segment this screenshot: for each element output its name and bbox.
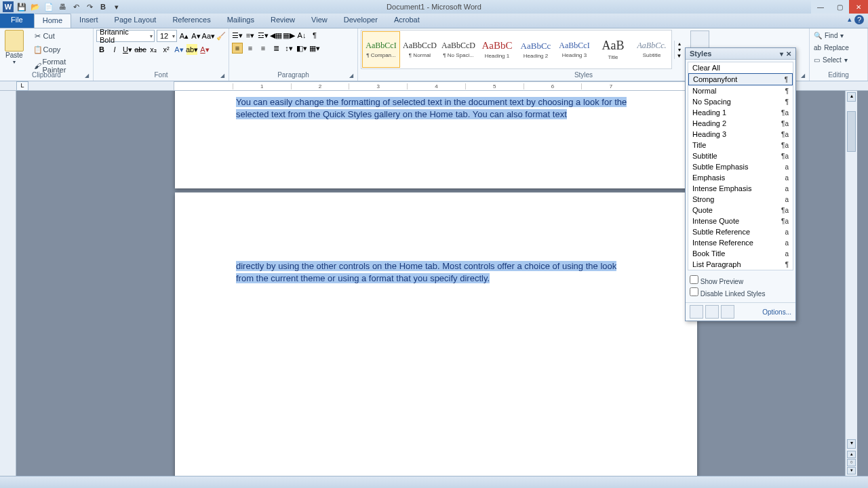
styles-pane-item-title[interactable]: Title¶a: [688, 140, 793, 150]
page-1[interactable]: You can easily change the formatting of …: [175, 91, 697, 188]
document-text-1[interactable]: You can easily change the formatting of …: [236, 97, 627, 119]
close-button[interactable]: ✕: [849, 0, 868, 14]
shading-icon[interactable]: ◧▾: [296, 43, 307, 54]
help-icon[interactable]: ?: [854, 15, 864, 24]
vertical-scrollbar[interactable]: ▴ ▾ ▴ ○ ▾: [845, 91, 857, 476]
shrink-font-icon[interactable]: A▾: [191, 30, 201, 41]
new-style-icon[interactable]: [690, 305, 703, 319]
tab-home[interactable]: Home: [34, 14, 71, 28]
style-card--no-spaci-[interactable]: AaBbCcD¶ No Spaci...: [439, 31, 477, 68]
font-color-icon[interactable]: A▾: [199, 44, 210, 55]
style-inspector-icon[interactable]: [705, 305, 719, 319]
clear-formatting-icon[interactable]: 🧹: [216, 30, 226, 41]
qat-more-icon[interactable]: ▾: [111, 1, 122, 12]
line-spacing-icon[interactable]: ↕▾: [283, 43, 294, 54]
next-page-icon[interactable]: ▾: [847, 467, 856, 474]
styles-pane-item-companyfont[interactable]: Companyfont¶: [688, 73, 793, 85]
qat-new-icon[interactable]: 📄: [43, 1, 54, 12]
styles-pane-item-subtle-reference[interactable]: Subtle Referencea: [688, 226, 793, 237]
styles-pane-item-emphasis[interactable]: Emphasisa: [688, 172, 793, 183]
styles-pane-item-intense-emphasis[interactable]: Intense Emphasisa: [688, 183, 793, 194]
qat-redo-icon[interactable]: ↷: [84, 1, 95, 12]
styles-pane-item-intense-quote[interactable]: Intense Quote¶a: [688, 216, 793, 226]
document-text-2[interactable]: directly by using the other controls on …: [236, 261, 616, 283]
styles-pane[interactable]: Styles ▾✕ Clear All Companyfont¶Normal¶N…: [685, 47, 796, 321]
styles-gallery-scroll[interactable]: ▴▾▼: [674, 41, 684, 59]
replace-button[interactable]: abReplace: [812, 42, 865, 54]
styles-pane-item-book-title[interactable]: Book Titlea: [688, 248, 793, 259]
show-preview-checkbox[interactable]: Show Preview: [690, 275, 791, 287]
subscript-icon[interactable]: x₂: [148, 44, 159, 55]
increase-indent-icon[interactable]: ▦▶: [283, 30, 294, 41]
style-card-heading-3[interactable]: AaBbCcIHeading 3: [555, 31, 593, 68]
styles-options-link[interactable]: Options...: [762, 308, 791, 316]
bold-icon[interactable]: B: [96, 44, 107, 55]
styles-pane-item-subtle-emphasis[interactable]: Subtle Emphasisa: [688, 161, 793, 172]
styles-gallery[interactable]: AaBbCcI¶ Compan...AaBbCcD¶ NormalAaBbCcD…: [361, 30, 672, 69]
qat-undo-icon[interactable]: ↶: [71, 1, 81, 12]
show-hide-icon[interactable]: ¶: [309, 30, 320, 41]
tab-file[interactable]: File: [0, 14, 34, 28]
minimize-ribbon-icon[interactable]: ▴: [848, 15, 852, 24]
change-case-icon[interactable]: Aa▾: [203, 30, 214, 41]
manage-styles-icon[interactable]: [721, 305, 734, 319]
prev-page-icon[interactable]: ▴: [847, 451, 856, 458]
align-right-icon[interactable]: ≡: [258, 43, 269, 54]
vertical-ruler[interactable]: [0, 91, 16, 488]
browse-object-icon[interactable]: ○: [847, 459, 856, 466]
style-card-title[interactable]: AaBTitle: [594, 31, 632, 68]
qat-open-icon[interactable]: 📂: [30, 1, 41, 12]
copy-button[interactable]: 📋Copy: [31, 43, 90, 56]
qat-bold-icon[interactable]: B: [98, 1, 108, 12]
styles-pane-item-no-spacing[interactable]: No Spacing¶: [688, 96, 793, 107]
scroll-up-icon[interactable]: ▴: [847, 92, 856, 102]
tab-selector-button[interactable]: L: [16, 81, 28, 91]
style-card--compan-[interactable]: AaBbCcI¶ Compan...: [362, 31, 400, 68]
clipboard-dialog-launcher-icon[interactable]: ◢: [85, 73, 89, 79]
underline-icon[interactable]: U▾: [122, 44, 133, 55]
styles-pane-dropdown-icon[interactable]: ▾: [780, 50, 783, 58]
tab-view[interactable]: View: [303, 14, 336, 28]
italic-icon[interactable]: I: [109, 44, 120, 55]
font-name-combo[interactable]: Britannic Bold: [96, 30, 155, 42]
styles-pane-clear-all[interactable]: Clear All: [688, 62, 793, 73]
text-effects-icon[interactable]: A▾: [174, 44, 184, 55]
styles-pane-item-list-paragraph[interactable]: List Paragraph¶: [688, 259, 793, 270]
styles-pane-item-heading-3[interactable]: Heading 3¶a: [688, 129, 793, 140]
style-card-heading-1[interactable]: AaBbCHeading 1: [478, 31, 516, 68]
style-card-heading-2[interactable]: AaBbCcHeading 2: [517, 31, 555, 68]
cut-button[interactable]: ✂Cut: [31, 30, 90, 42]
styles-pane-item-intense-reference[interactable]: Intense Referencea: [688, 237, 793, 248]
qat-save-icon[interactable]: 💾: [16, 1, 27, 12]
scroll-thumb[interactable]: [847, 111, 856, 152]
tab-review[interactable]: Review: [262, 14, 303, 28]
tab-acrobat[interactable]: Acrobat: [386, 14, 428, 28]
tab-developer[interactable]: Developer: [336, 14, 386, 28]
find-button[interactable]: 🔍Find ▾: [812, 30, 865, 42]
numbering-icon[interactable]: ≡▾: [245, 30, 256, 41]
font-dialog-launcher-icon[interactable]: ◢: [220, 73, 224, 79]
tab-page-layout[interactable]: Page Layout: [106, 14, 165, 28]
superscript-icon[interactable]: x²: [161, 44, 172, 55]
styles-pane-item-strong[interactable]: Stronga: [688, 194, 793, 205]
multilevel-list-icon[interactable]: ☲▾: [258, 30, 269, 41]
styles-pane-item-heading-2[interactable]: Heading 2¶a: [688, 118, 793, 129]
decrease-indent-icon[interactable]: ◀▦: [271, 30, 281, 41]
tab-references[interactable]: References: [164, 14, 218, 28]
page-2[interactable]: directly by using the other controls on …: [175, 192, 697, 484]
qat-print-icon[interactable]: 🖶: [57, 1, 68, 12]
highlight-icon[interactable]: ab▾: [186, 44, 197, 55]
disable-linked-checkbox[interactable]: Disable Linked Styles: [690, 287, 791, 300]
paste-button[interactable]: Paste ▾: [3, 30, 26, 65]
paragraph-dialog-launcher-icon[interactable]: ◢: [349, 73, 353, 79]
align-left-icon[interactable]: ≡: [232, 43, 243, 54]
font-size-combo[interactable]: 12: [157, 30, 177, 42]
maximize-button[interactable]: ▢: [830, 0, 849, 14]
scroll-down-icon[interactable]: ▾: [847, 439, 856, 449]
align-center-icon[interactable]: ≡: [245, 43, 256, 54]
sort-icon[interactable]: A↓: [296, 30, 307, 41]
tab-insert[interactable]: Insert: [71, 14, 106, 28]
styles-pane-item-normal[interactable]: Normal¶: [688, 85, 793, 96]
strikethrough-icon[interactable]: abc: [135, 44, 146, 55]
bullets-icon[interactable]: ☰▾: [232, 30, 243, 41]
